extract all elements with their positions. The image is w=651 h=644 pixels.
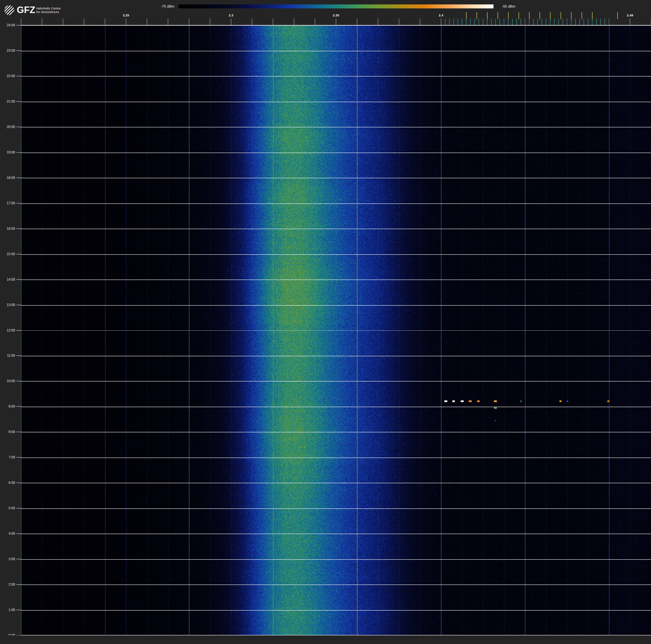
wifi-channel-tick <box>582 12 582 19</box>
wifi-channel-tick <box>529 12 530 19</box>
ble-channel-tick <box>495 19 496 25</box>
wifi-channel-tick <box>519 12 519 19</box>
time-axis-tick <box>17 101 21 102</box>
ble-channel-tick <box>563 19 563 25</box>
ble-channel-tick <box>604 19 605 25</box>
time-axis-tick <box>17 355 21 356</box>
wifi-channel-tick <box>497 12 498 19</box>
freq-axis-label: 2.4 <box>433 13 450 17</box>
time-axis-tick <box>17 584 21 585</box>
time-axis-tick <box>17 482 21 483</box>
freq-minor-tick <box>147 19 147 25</box>
time-axis-tick <box>17 305 21 305</box>
freq-minor-tick <box>42 19 42 25</box>
freq-minor-tick <box>63 19 63 25</box>
wifi-channel-tick <box>571 12 571 19</box>
colorbar <box>179 4 494 8</box>
ble-channel-tick <box>470 19 471 25</box>
ble-channel-tick <box>609 19 609 25</box>
ble-channel-tick <box>588 19 588 25</box>
time-axis-label: 17:00 <box>2 201 15 205</box>
freq-minor-tick <box>420 19 420 25</box>
ble-channel-tick <box>537 19 538 25</box>
freq-minor-tick <box>189 19 189 25</box>
colorbar-max-label: -55 dBm <box>502 4 544 8</box>
time-axis-tick <box>17 559 21 559</box>
gfz-logo-text: GFZ <box>17 5 35 15</box>
freq-minor-tick <box>399 19 399 25</box>
time-axis-label: 3:00 <box>2 557 15 561</box>
plot-top-border <box>21 25 651 25</box>
time-axis-tick <box>17 406 21 407</box>
time-axis-label: 11:00 <box>2 354 15 358</box>
time-axis-label: 8:00 <box>2 430 15 434</box>
time-axis-label: 2:00 <box>2 582 15 587</box>
time-axis-tick <box>17 178 21 178</box>
time-axis-tick <box>17 25 21 25</box>
time-axis-label: 6:00 <box>2 481 15 485</box>
ble-channel-tick <box>600 19 601 25</box>
wifi-channel-tick <box>476 12 477 19</box>
time-axis-label: 5:00 <box>2 506 15 510</box>
freq-minor-tick <box>168 19 168 25</box>
wifi-channel-tick <box>539 12 540 19</box>
freq-axis-label: 2.49 <box>622 13 639 17</box>
ble-channel-tick <box>533 19 534 25</box>
ble-channel-tick <box>596 19 597 25</box>
time-axis-tick <box>17 381 21 381</box>
freq-minor-tick <box>336 19 336 25</box>
freq-axis-label: 2.3 <box>223 13 239 17</box>
ble-channel-tick <box>483 19 483 25</box>
wifi-channel-tick <box>617 12 618 19</box>
time-axis-label: 10:00 <box>2 379 15 383</box>
freq-minor-tick <box>315 19 315 25</box>
colorbar-min-label: -75 dBm <box>145 4 174 8</box>
ble-channel-tick <box>449 19 450 25</box>
ble-channel-tick <box>558 19 559 25</box>
gfz-logo-subtitle-line2: for Geosciences <box>36 10 61 14</box>
time-axis-tick <box>17 229 21 229</box>
time-axis-tick <box>17 254 21 254</box>
ble-channel-tick <box>454 19 454 25</box>
time-axis-label: 24:00 <box>2 23 15 27</box>
time-axis-label: 4:00 <box>2 531 15 536</box>
time-axis-tick <box>17 508 21 508</box>
time-axis-tick <box>17 330 21 331</box>
freq-minor-tick <box>126 19 126 25</box>
time-axis-label: 19:00 <box>2 150 15 154</box>
freq-minor-tick <box>378 19 378 25</box>
freq-minor-tick <box>630 19 630 25</box>
freq-minor-tick <box>441 19 441 25</box>
freq-minor-tick <box>231 19 231 25</box>
time-axis-tick <box>17 457 21 458</box>
wifi-channel-tick <box>592 12 593 19</box>
ble-channel-tick <box>546 19 546 25</box>
ble-channel-tick <box>517 19 517 25</box>
time-axis-tick <box>17 279 21 280</box>
freq-minor-tick <box>84 19 84 25</box>
time-axis-label: 12:00 <box>2 328 15 332</box>
ble-channel-tick <box>491 19 492 25</box>
ble-channel-tick <box>500 19 500 25</box>
freq-minor-tick <box>357 19 357 25</box>
ble-channel-tick <box>487 19 488 25</box>
ble-channel-tick <box>478 19 479 25</box>
time-axis-tick <box>17 533 21 534</box>
gfz-logo-subtitle: Helmholtz Centre for Geosciences <box>36 6 61 14</box>
time-axis-tick <box>17 432 21 432</box>
ble-channel-tick <box>508 19 508 25</box>
freq-minor-tick <box>105 19 105 25</box>
ble-channel-tick <box>521 19 521 25</box>
header-bar: GFZ Helmholtz Centre for Geosciences -75… <box>0 0 651 25</box>
ble-channel-tick <box>529 19 529 25</box>
ble-channel-tick <box>541 19 542 25</box>
freq-minor-tick <box>21 19 21 25</box>
wifi-channel-tick <box>560 12 561 19</box>
time-axis-label: 9:00 <box>2 404 15 409</box>
ble-channel-tick <box>462 19 462 25</box>
ble-channel-tick <box>554 19 555 25</box>
ble-channel-tick <box>458 19 458 25</box>
ble-channel-tick <box>474 19 475 25</box>
freq-minor-tick <box>252 19 252 25</box>
time-axis-tick <box>17 76 21 76</box>
